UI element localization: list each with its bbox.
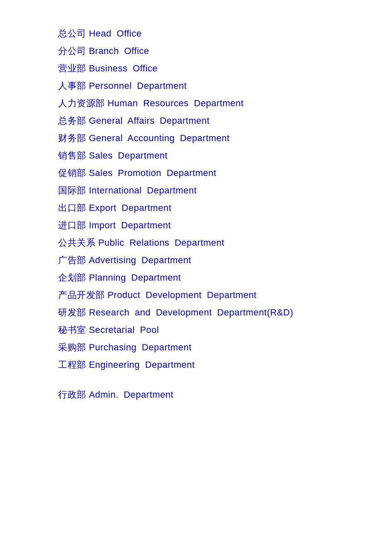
term-item: 行政部 Admin. Department <box>58 374 334 403</box>
term-item: 工程部 Engineering Department <box>58 356 334 374</box>
english-text: Admin. Department <box>89 389 173 400</box>
chinese-text: 营业部 <box>58 63 86 73</box>
chinese-text: 财务部 <box>58 133 86 143</box>
english-text: Import Department <box>89 220 171 230</box>
english-text: Advertising Department <box>89 255 191 265</box>
english-text: Secretarial Pool <box>89 325 159 335</box>
english-text: Product Development Department <box>107 290 257 300</box>
term-item: 企划部 Planning Department <box>58 269 334 286</box>
term-item: 促销部 Sales Promotion Department <box>58 164 334 182</box>
english-text: Planning Department <box>89 272 181 283</box>
english-text: Sales Department <box>89 150 168 161</box>
term-item: 进口部 Import Department <box>58 217 334 234</box>
chinese-text: 行政部 <box>58 389 86 400</box>
term-item: 研发部 Research and Development Department(… <box>58 304 334 321</box>
term-item: 营业部 Business Office <box>58 60 334 77</box>
english-text: Business Office <box>89 63 158 73</box>
chinese-text: 企划部 <box>58 272 86 283</box>
chinese-text: 总务部 <box>58 115 86 126</box>
english-text: Export Department <box>89 203 171 213</box>
term-item: 产品开发部 Product Development Department <box>58 286 334 304</box>
term-item: 广告部 Advertising Department <box>58 252 334 269</box>
english-text: General Accounting Department <box>89 133 230 143</box>
chinese-text: 工程部 <box>58 359 86 370</box>
chinese-text: 研发部 <box>58 307 86 318</box>
english-text: Research and Development Department(R&D) <box>89 307 293 318</box>
english-text: Personnel Department <box>89 81 187 91</box>
chinese-text: 公共关系 <box>58 237 95 248</box>
term-item: 出口部 Export Department <box>58 199 334 217</box>
term-item: 销售部 Sales Department <box>58 147 334 164</box>
term-item: 人事部 Personnel Department <box>58 77 334 95</box>
chinese-text: 分公司 <box>58 46 86 56</box>
chinese-text: 总公司 <box>58 28 86 39</box>
term-item: 秘书室 Secretarial Pool <box>58 321 334 339</box>
chinese-text: 人力资源部 <box>58 98 105 108</box>
chinese-text: 产品开发部 <box>58 290 105 300</box>
english-text: Branch Office <box>89 46 149 56</box>
term-item: 分公司 Branch Office <box>58 42 334 60</box>
english-text: Sales Promotion Department <box>89 168 216 178</box>
chinese-text: 采购部 <box>58 342 86 352</box>
term-item: 人力资源部 Human Resources Department <box>58 95 334 112</box>
english-text: International Department <box>89 185 197 196</box>
english-text: Engineering Department <box>89 359 195 370</box>
chinese-text: 秘书室 <box>58 325 86 335</box>
term-item: 公共关系 Public Relations Department <box>58 234 334 252</box>
english-text: Head Office <box>89 28 141 39</box>
chinese-text: 进口部 <box>58 220 86 230</box>
chinese-text: 广告部 <box>58 255 86 265</box>
term-item: 国际部 International Department <box>58 182 334 199</box>
english-text: Purchasing Department <box>89 342 192 352</box>
english-text: Human Resources Department <box>107 98 243 108</box>
english-text: General Affairs Department <box>89 115 209 126</box>
chinese-text: 出口部 <box>58 203 86 213</box>
term-list: 总公司 Head Office分公司 Branch Office营业部 Busi… <box>58 25 334 403</box>
term-item: 总务部 General Affairs Department <box>58 112 334 130</box>
term-item: 财务部 General Accounting Department <box>58 130 334 147</box>
term-item: 总公司 Head Office <box>58 25 334 42</box>
term-item: 采购部 Purchasing Department <box>58 339 334 356</box>
chinese-text: 促销部 <box>58 168 86 178</box>
english-text: Public Relations Department <box>98 237 224 248</box>
chinese-text: 人事部 <box>58 81 86 91</box>
chinese-text: 国际部 <box>58 185 86 196</box>
chinese-text: 销售部 <box>58 150 86 161</box>
